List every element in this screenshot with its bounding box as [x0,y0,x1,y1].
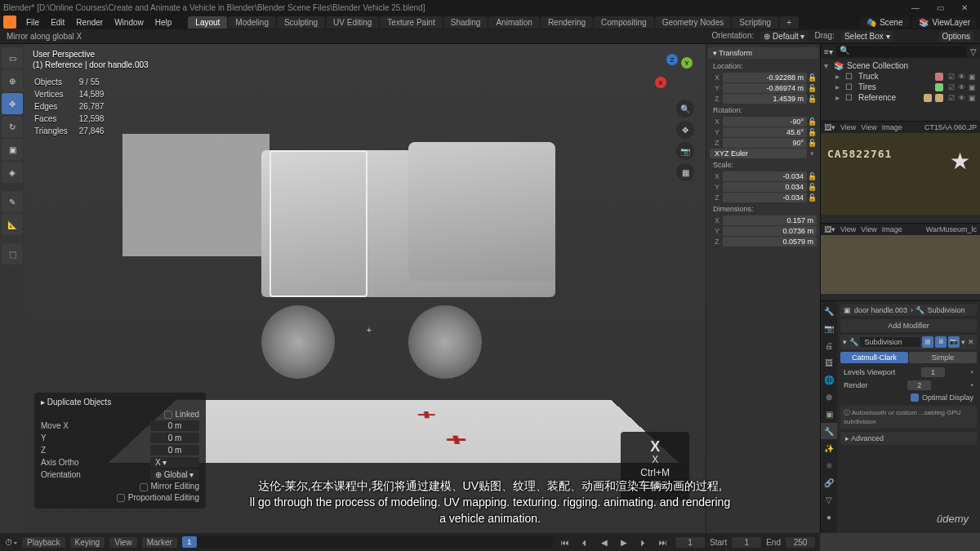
mod-edit-icon[interactable]: ▦ [922,336,933,348]
movez-field[interactable]: 0 m [150,445,199,455]
drag-dropdown[interactable]: Select Box ▾ [841,31,893,42]
prop-tab-output[interactable]: 🖨 [821,337,837,353]
orientation-dropdown[interactable]: ⊕ Default ▾ [760,31,808,42]
keying-menu[interactable]: Keying [70,537,105,548]
prop-tab-modifier[interactable]: 🔧 [821,423,837,439]
prop-tab-tool[interactable]: 🔧 [821,303,837,319]
axis-dropdown[interactable]: X ▾ [150,457,199,468]
lock-icon[interactable]: 🔓 [807,73,817,82]
pan-icon[interactable]: ✥ [676,121,694,139]
rot-x-field[interactable]: -90° [723,117,807,127]
tab-sculpting[interactable]: Sculpting [277,16,325,29]
axis-z-icon[interactable]: Z [666,54,678,65]
prop-tab-object[interactable]: ▣ [821,406,837,422]
image-file-2[interactable]: WarMuseum_lc [926,225,977,233]
move-tool[interactable]: ✥ [2,93,23,114]
add-modifier-button[interactable]: Add Modifier [840,319,977,332]
blender-logo-icon[interactable] [3,16,16,29]
mod-menu-icon[interactable]: ▾ ✕ [961,338,974,346]
prop-tab-data[interactable]: ▽ [821,491,837,508]
mod-display-icon[interactable]: 🖥 [935,336,947,348]
outliner-item-tires[interactable]: ▸☐Tires☑👁▣ [824,82,977,92]
lock-icon[interactable]: 🔓 [807,128,817,136]
editor-type-icon[interactable]: 🖼▾ [824,225,835,233]
menu-help[interactable]: Help [150,16,177,29]
mirror-checkbox-label[interactable]: Mirror Editing [151,482,199,491]
lock-icon[interactable]: 🔓 [807,193,817,202]
prop-tab-material[interactable]: ● [821,509,837,525]
menu-render[interactable]: Render [71,16,108,29]
linked-checkbox-label[interactable]: Linked [176,410,199,419]
orient-dropdown[interactable]: ⊕ Global ▾ [150,469,199,480]
lock-icon[interactable]: 🔓 [807,139,817,147]
rot-y-field[interactable]: 45.6° [723,127,807,137]
scale-z-field[interactable]: -0.034 [723,193,807,202]
optimal-display-checkbox[interactable]: Optimal Display [922,393,973,402]
movex-field[interactable]: 0 m [150,420,199,431]
editor-type-icon[interactable]: 🖼▾ [824,123,835,131]
playback-menu[interactable]: Playback [22,537,65,548]
close-button[interactable]: ✕ [952,3,977,12]
rot-z-field[interactable]: 90° [723,138,807,148]
mod-render-icon[interactable]: 📷 [948,336,960,348]
minimize-button[interactable]: — [903,3,928,12]
add-cube-tool[interactable]: ⬚ [2,243,23,264]
modifier-header[interactable]: ▾ 🔧Subdivision ▦ 🖥 📷 ▾ ✕ [840,335,977,349]
axis-y-icon[interactable]: Y [681,57,693,69]
play-icon[interactable]: ▶ [617,538,631,547]
proportional-checkbox-label[interactable]: Proportional Editing [128,493,199,502]
render-levels-field[interactable]: 2 [907,380,931,390]
prev-key-icon[interactable]: ⏴ [577,538,592,547]
viewport-3d[interactable]: User Perspective (1) Reference | door ha… [24,44,706,533]
cursor-tool[interactable]: ⊕ [2,70,23,91]
prop-tab-physics[interactable]: ⚛ [821,457,837,473]
tab-layout[interactable]: Layout [188,16,227,29]
jump-start-icon[interactable]: ⏮ [558,538,572,547]
outliner-item-reference[interactable]: ▸☐Reference☑👁▣ [824,92,977,103]
camera-icon[interactable]: 📷 [676,142,694,160]
tab-modeling[interactable]: Modeling [228,16,276,29]
annotate-tool[interactable]: ✎ [2,191,23,212]
end-frame-field[interactable]: 250 [786,537,815,548]
transform-tool[interactable]: ◈ [2,162,23,183]
prop-tab-world[interactable]: ⊕ [821,389,837,405]
lock-icon[interactable]: 🔓 [807,172,817,180]
options-dropdown[interactable]: Options [939,31,973,42]
dim-z-field[interactable]: 0.0579 m [723,237,817,247]
outliner-mode-icon[interactable]: ≡▾ [824,47,833,56]
jump-end-icon[interactable]: ⏭ [656,538,670,547]
viewport-levels-field[interactable]: 1 [921,367,945,377]
tab-shading[interactable]: Shading [443,16,488,29]
reference-image-2[interactable] [821,235,980,294]
viewlayer-selector[interactable]: 📚 ViewLayer [912,17,977,28]
scale-y-field[interactable]: 0.034 [723,182,807,192]
playhead[interactable]: 1 [182,536,197,548]
loc-x-field[interactable]: -0.92288 m [723,73,807,82]
filter-icon[interactable]: ▽ [970,47,977,56]
tab-animation[interactable]: Animation [488,16,539,29]
scale-x-field[interactable]: -0.034 [723,171,807,181]
measure-tool[interactable]: 📐 [2,214,23,235]
prop-tab-particle[interactable]: ✨ [821,440,837,456]
timeline-type-icon[interactable]: ⏱▾ [5,538,17,547]
lock-icon[interactable]: 🔓 [807,118,817,126]
menu-file[interactable]: File [21,16,44,29]
dim-y-field[interactable]: 0.0736 m [723,226,817,236]
axis-x-icon[interactable]: X [655,77,666,88]
transform-header[interactable]: ▾ Transform [708,47,818,59]
timeline-track[interactable]: 1 [182,536,553,548]
menu-window[interactable]: Window [109,16,149,29]
advanced-toggle[interactable]: ▸ Advanced [840,432,977,445]
menu-edit[interactable]: Edit [46,16,69,29]
tab-compositing[interactable]: Compositing [594,16,654,29]
lock-icon[interactable]: 🔓 [807,84,817,92]
dim-x-field[interactable]: 0.157 m [723,216,817,225]
maximize-button[interactable]: ▭ [928,3,952,12]
outliner-item-truck[interactable]: ▸☐Truck☑👁▣ [824,71,977,82]
prop-tab-view[interactable]: 🖼 [821,354,837,371]
start-frame-field[interactable]: 1 [732,537,761,548]
play-reverse-icon[interactable]: ◀ [597,538,612,547]
prop-tab-scene[interactable]: 🌐 [821,371,837,388]
reference-image-1[interactable]: CA5822761 ★ [821,133,980,215]
tab-add[interactable]: + [779,16,799,29]
